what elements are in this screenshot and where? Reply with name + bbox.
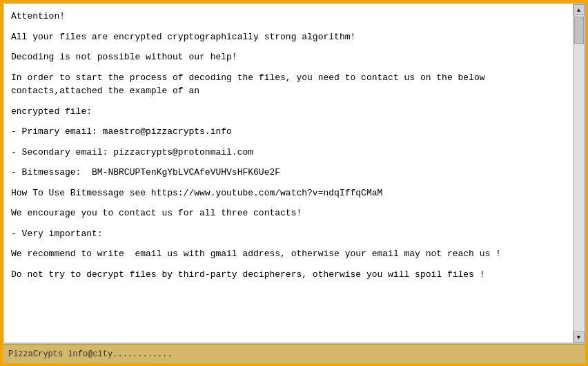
line-recommend: We recommend to write email us with gmai…	[11, 247, 566, 261]
line-encrypted: encrypted file:	[11, 105, 566, 119]
line-very-important: - Very important:	[11, 227, 566, 241]
footer-text: PizzaCrypts info@city............	[8, 349, 173, 359]
line-in-order: In order to start the process of decodin…	[11, 71, 566, 98]
scrollbar-down-button[interactable]: ▼	[574, 331, 585, 343]
line-all-files: All your files are encrypted cryptograph…	[11, 30, 566, 44]
text-content: Attention! All your files are encrypted …	[4, 4, 573, 343]
scrollbar-up-button[interactable]: ▲	[574, 4, 585, 15]
scrollbar-thumb[interactable]	[574, 17, 584, 44]
line-primary-email: - Primary email: maestro@pizzacrypts.inf…	[11, 125, 566, 139]
main-container: Attention! All your files are encrypted …	[0, 0, 588, 366]
footer-bar: PizzaCrypts info@city............	[3, 344, 585, 363]
line-decoding: Decoding is not possible without our hel…	[11, 50, 566, 64]
line-secondary-email: - Secondary email: pizzacrypts@protonmai…	[11, 146, 566, 160]
line-bitmessage: - Bitmessage: BM-NBRCUPTenKgYbLVCAfeVUHV…	[11, 166, 566, 180]
text-area-wrapper: Attention! All your files are encrypted …	[3, 3, 585, 344]
line-do-not-try: Do not try to decrypt files by third-par…	[11, 268, 566, 282]
line-encourage: We encourage you to contact us for all t…	[11, 206, 566, 220]
line-how-to-use: How To Use Bitmessage see https://www.yo…	[11, 186, 566, 200]
scrollbar-track: ▲ ▼	[573, 4, 584, 343]
line-attention: Attention!	[11, 10, 566, 23]
